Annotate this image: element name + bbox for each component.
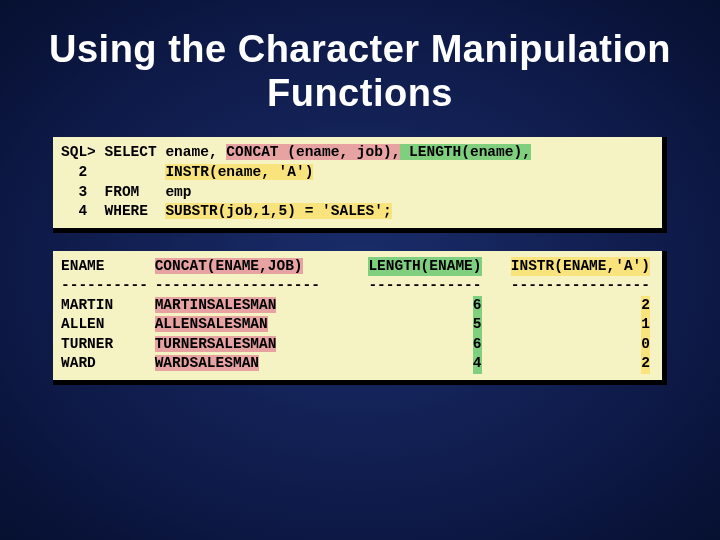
table-row: MARTIN MARTINSALESMAN 6 2 <box>61 296 654 316</box>
cell-length-text: 6 <box>473 296 482 316</box>
cell-concat: WARDSALESMAN <box>155 354 347 374</box>
cell-instr: 2 <box>488 354 654 374</box>
cell-instr: 2 <box>488 296 654 316</box>
table-separator-row: ---------- ------------------- ---------… <box>61 276 654 296</box>
cell-ename: TURNER <box>61 335 155 355</box>
sep-2: ------------------- <box>155 276 347 296</box>
cell-ename: WARD <box>61 354 155 374</box>
header-length-text: LENGTH(ENAME) <box>368 257 481 277</box>
cell-concat-text: WARDSALESMAN <box>155 355 259 371</box>
cell-length-text: 5 <box>473 315 482 335</box>
cell-length: 4 <box>347 354 487 374</box>
table-row: TURNER TURNERSALESMAN 6 0 <box>61 335 654 355</box>
cell-concat-text: ALLENSALESMAN <box>155 316 268 332</box>
result-table: ENAME CONCAT(ENAME,JOB) LENGTH(ENAME) IN… <box>61 257 654 374</box>
cell-instr-text: 0 <box>641 335 650 355</box>
sep-3: ------------- <box>347 276 487 296</box>
slide-title: Using the Character Manipulation Functio… <box>0 0 720 137</box>
cell-ename: MARTIN <box>61 296 155 316</box>
header-length: LENGTH(ENAME) <box>347 257 487 277</box>
header-instr: INSTR(ENAME,'A') <box>488 257 654 277</box>
cell-concat: TURNERSALESMAN <box>155 335 347 355</box>
q-line1-c: LENGTH(ename), <box>400 144 531 160</box>
cell-instr-text: 2 <box>641 296 650 316</box>
q-line4-a: 4 WHERE <box>61 203 165 219</box>
q-line2-b: INSTR(ename, 'A') <box>165 164 313 180</box>
cell-instr-text: 1 <box>641 315 650 335</box>
q-line1-b: CONCAT (ename, job), <box>226 144 400 160</box>
sep-1: ---------- <box>61 276 155 296</box>
cell-length-text: 6 <box>473 335 482 355</box>
sep-4: ---------------- <box>488 276 654 296</box>
sql-query-block: SQL> SELECT ename, CONCAT (ename, job), … <box>53 137 667 232</box>
q-line3: 3 FROM emp <box>61 184 192 200</box>
cell-concat: ALLENSALESMAN <box>155 315 347 335</box>
cell-concat-text: MARTINSALESMAN <box>155 297 277 313</box>
cell-instr: 0 <box>488 335 654 355</box>
cell-concat-text: TURNERSALESMAN <box>155 336 277 352</box>
table-header-row: ENAME CONCAT(ENAME,JOB) LENGTH(ENAME) IN… <box>61 257 654 277</box>
q-line1-a: SQL> SELECT ename, <box>61 144 226 160</box>
cell-instr-text: 2 <box>641 354 650 374</box>
header-concat-text: CONCAT(ENAME,JOB) <box>155 258 303 274</box>
cell-length: 5 <box>347 315 487 335</box>
cell-instr: 1 <box>488 315 654 335</box>
sql-result-block: ENAME CONCAT(ENAME,JOB) LENGTH(ENAME) IN… <box>53 251 667 385</box>
q-line2-a: 2 <box>61 164 165 180</box>
cell-length: 6 <box>347 335 487 355</box>
table-row: ALLEN ALLENSALESMAN 5 1 <box>61 315 654 335</box>
q-line4-b: SUBSTR(job,1,5) = 'SALES'; <box>165 203 391 219</box>
header-concat: CONCAT(ENAME,JOB) <box>155 257 347 277</box>
header-instr-text: INSTR(ENAME,'A') <box>511 257 650 277</box>
header-ename: ENAME <box>61 257 155 277</box>
cell-length-text: 4 <box>473 354 482 374</box>
cell-concat: MARTINSALESMAN <box>155 296 347 316</box>
cell-length: 6 <box>347 296 487 316</box>
cell-ename: ALLEN <box>61 315 155 335</box>
table-row: WARD WARDSALESMAN 4 2 <box>61 354 654 374</box>
